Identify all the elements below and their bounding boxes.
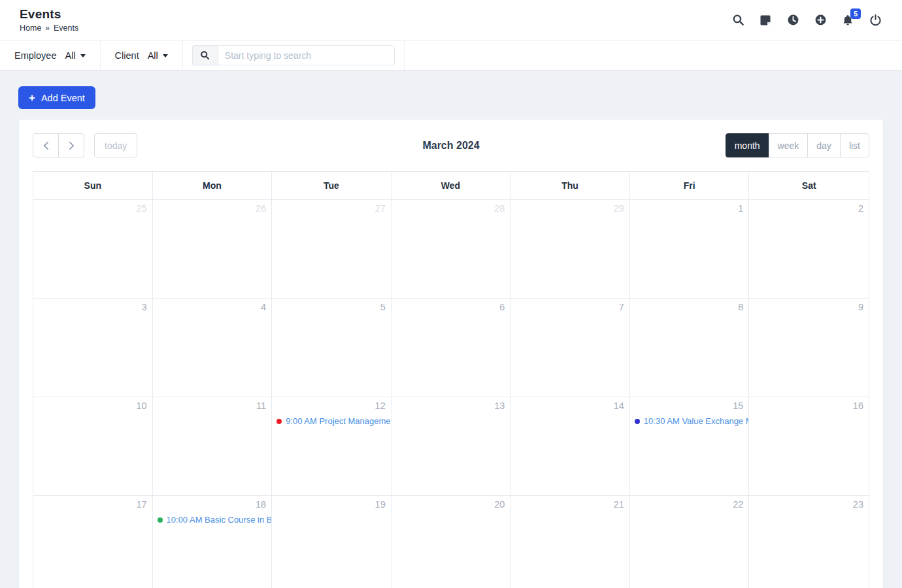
main-content: + Add Event today March 2024 monthweekda… [0,71,902,588]
day-number: 13 [392,397,510,411]
search-input[interactable] [218,45,395,65]
day-cell-8[interactable]: 8 [630,299,750,397]
view-button-month[interactable]: month [726,133,769,157]
day-cell-9[interactable]: 9 [749,299,869,397]
notification-badge: 5 [850,8,861,20]
day-number: 14 [510,397,629,411]
breadcrumb-home[interactable]: Home [20,24,41,33]
add-event-label: Add Event [41,93,85,103]
view-button-list[interactable]: list [840,133,869,157]
day-cell-7[interactable]: 7 [510,299,630,397]
calendar-title: March 2024 [422,140,479,152]
day-header-tue: Tue [272,172,392,200]
day-cell-12[interactable]: 129:00 AM Project Management [272,397,392,496]
day-cell-17[interactable]: 17 [33,496,153,588]
calendar-grid: SunMonTueWedThuFriSat2526272829123456789… [33,171,869,588]
breadcrumb-current: Events [54,24,78,33]
notes-icon[interactable] [758,13,773,27]
plus-circle-icon[interactable] [813,13,827,27]
event-title: 10:00 AM Basic Course in Bio [167,515,272,525]
plus-icon: + [29,92,35,103]
prev-next-group [33,133,84,157]
day-cell-10[interactable]: 10 [33,397,153,496]
event-dot-icon [158,517,163,523]
day-cell-28[interactable]: 28 [392,200,511,299]
calendar-event[interactable]: 9:00 AM Project Management [272,416,391,426]
chevron-right-icon [68,141,75,150]
day-cell-25[interactable]: 25 [33,200,153,299]
search-group [183,41,405,70]
day-cell-2[interactable]: 2 [749,200,869,299]
day-header-wed: Wed [392,172,511,200]
calendar-toolbar: today March 2024 monthweekdaylist [33,133,869,157]
event-dot-icon [635,419,640,424]
day-cell-1[interactable]: 1 [630,200,750,299]
day-number: 8 [630,299,749,312]
today-button[interactable]: today [94,133,137,157]
client-filter-dropdown[interactable]: All [148,50,168,61]
day-cell-4[interactable]: 4 [153,299,273,397]
event-title: 9:00 AM Project Management [286,416,391,426]
calendar-event[interactable]: 10:00 AM Basic Course in Bio [153,515,272,525]
breadcrumb: Home » Events [20,24,78,33]
day-number: 17 [33,496,152,510]
day-number: 11 [153,397,272,411]
page-title: Events [20,7,78,22]
day-number: 21 [510,496,629,510]
day-number: 12 [272,397,391,411]
day-cell-13[interactable]: 13 [392,397,511,496]
day-cell-23[interactable]: 23 [749,496,869,588]
day-cell-11[interactable]: 11 [153,397,273,496]
client-filter-value: All [148,50,158,61]
day-cell-21[interactable]: 21 [510,496,630,588]
day-cell-22[interactable]: 22 [630,496,750,588]
employee-filter-dropdown[interactable]: All [65,50,85,61]
day-cell-27[interactable]: 27 [272,200,392,299]
bell-icon[interactable]: 5 [841,13,855,27]
search-icon [200,50,210,60]
day-number: 28 [392,200,510,214]
day-cell-3[interactable]: 3 [33,299,153,397]
day-number: 9 [749,299,869,312]
clock-icon[interactable] [786,13,800,27]
view-button-week[interactable]: week [769,133,809,157]
day-cell-18[interactable]: 1810:00 AM Basic Course in Bio [153,496,273,588]
day-cell-20[interactable]: 20 [392,496,511,588]
day-cell-15[interactable]: 1510:30 AM Value Exchange Mee [630,397,750,496]
prev-button[interactable] [33,133,59,157]
chevron-left-icon [42,141,50,150]
day-header-sat: Sat [749,172,869,200]
event-dot-icon [276,419,282,424]
day-cell-5[interactable]: 5 [272,299,392,397]
calendar-event[interactable]: 10:30 AM Value Exchange Mee [630,416,749,426]
view-button-day[interactable]: day [807,133,841,157]
filter-bar: Employee All Client All [0,41,902,71]
power-icon[interactable] [868,13,882,27]
day-number: 27 [272,200,391,214]
day-number: 3 [33,299,152,312]
day-header-fri: Fri [630,172,750,200]
day-number: 23 [749,496,869,510]
add-event-button[interactable]: + Add Event [18,86,95,109]
employee-filter-label: Employee [14,50,56,61]
client-filter-label: Client [115,50,139,61]
day-header-thu: Thu [510,172,630,200]
day-number: 10 [33,397,152,411]
day-cell-29[interactable]: 29 [510,200,630,299]
day-cell-6[interactable]: 6 [392,299,511,397]
chevron-down-icon [163,54,168,57]
event-title: 10:30 AM Value Exchange Mee [644,416,749,426]
day-cell-14[interactable]: 14 [510,397,630,496]
client-filter-group: Client All [101,41,183,70]
day-cell-16[interactable]: 16 [749,397,869,496]
next-button[interactable] [58,133,84,157]
day-number: 29 [510,200,629,214]
day-number: 19 [272,496,391,510]
search-icon[interactable] [731,13,745,27]
day-header-sun: Sun [33,172,153,200]
day-cell-26[interactable]: 26 [153,200,273,299]
day-number: 22 [630,496,749,510]
day-cell-19[interactable]: 19 [272,496,392,588]
employee-filter-value: All [65,50,75,61]
day-number: 25 [33,200,152,214]
